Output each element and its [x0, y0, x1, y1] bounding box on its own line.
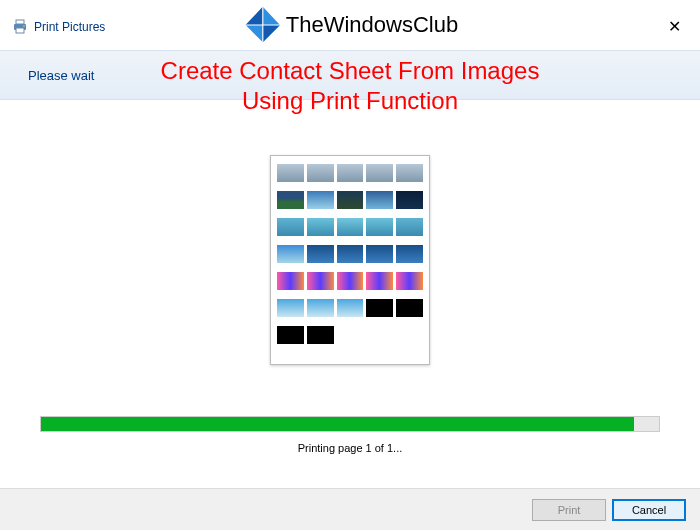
- thumbnail: [366, 326, 393, 344]
- thumbnail: [337, 245, 364, 263]
- thumbnail: [307, 164, 334, 182]
- thumbnail: [396, 218, 423, 236]
- thumbnail: [396, 272, 423, 290]
- thumbnail: [307, 245, 334, 263]
- thumbnail: [307, 218, 334, 236]
- contact-sheet-preview: [270, 155, 430, 365]
- thumbnail: [337, 272, 364, 290]
- headline-line-2: Using Print Function: [161, 86, 540, 116]
- svg-marker-5: [246, 7, 263, 25]
- site-logo-overlay: TheWindowsClub: [242, 4, 458, 46]
- thumbnail: [337, 326, 364, 344]
- thumbnail: [396, 164, 423, 182]
- thumbnail: [366, 299, 393, 317]
- site-name: TheWindowsClub: [286, 12, 458, 38]
- window-title: Print Pictures: [34, 20, 105, 34]
- cancel-button[interactable]: Cancel: [612, 499, 686, 521]
- thumbnail: [337, 164, 364, 182]
- svg-rect-2: [16, 28, 24, 33]
- progress-status-text: Printing page 1 of 1...: [40, 442, 660, 454]
- thumbnail: [307, 326, 334, 344]
- progress-zone: Printing page 1 of 1...: [0, 400, 700, 462]
- svg-point-3: [23, 25, 25, 27]
- close-icon: ✕: [668, 18, 681, 35]
- thumbnail: [366, 245, 393, 263]
- windowsclub-logo-icon: [242, 4, 284, 46]
- thumbnail: [366, 164, 393, 182]
- dialog-footer: Print Cancel: [0, 488, 700, 530]
- thumbnail: [396, 326, 423, 344]
- thumbnail: [277, 326, 304, 344]
- svg-rect-0: [16, 20, 24, 24]
- preview-area: [0, 120, 700, 400]
- thumbnail: [337, 191, 364, 209]
- thumbnail: [337, 299, 364, 317]
- printer-icon: [12, 19, 28, 35]
- thumbnail: [277, 245, 304, 263]
- thumbnail: [277, 299, 304, 317]
- thumbnail: [277, 272, 304, 290]
- progress-bar: [40, 416, 660, 432]
- thumbnail: [366, 191, 393, 209]
- thumbnail: [277, 164, 304, 182]
- title-left: Print Pictures: [12, 19, 105, 35]
- thumbnail: [307, 272, 334, 290]
- thumbnail: [396, 245, 423, 263]
- svg-marker-6: [263, 25, 280, 42]
- thumbnail: [307, 299, 334, 317]
- thumbnail: [396, 191, 423, 209]
- thumbnail: [366, 218, 393, 236]
- thumbnail: [277, 191, 304, 209]
- progress-fill: [41, 417, 634, 431]
- headline-line-1: Create Contact Sheet From Images: [161, 56, 540, 86]
- headline-overlay: Create Contact Sheet From Images Using P…: [161, 56, 540, 116]
- thumbnail: [307, 191, 334, 209]
- print-button[interactable]: Print: [532, 499, 606, 521]
- thumbnail: [396, 299, 423, 317]
- please-wait-text: Please wait: [28, 68, 94, 83]
- thumbnail: [277, 218, 304, 236]
- close-button[interactable]: ✕: [660, 13, 688, 41]
- thumbnail: [337, 218, 364, 236]
- thumbnail: [366, 272, 393, 290]
